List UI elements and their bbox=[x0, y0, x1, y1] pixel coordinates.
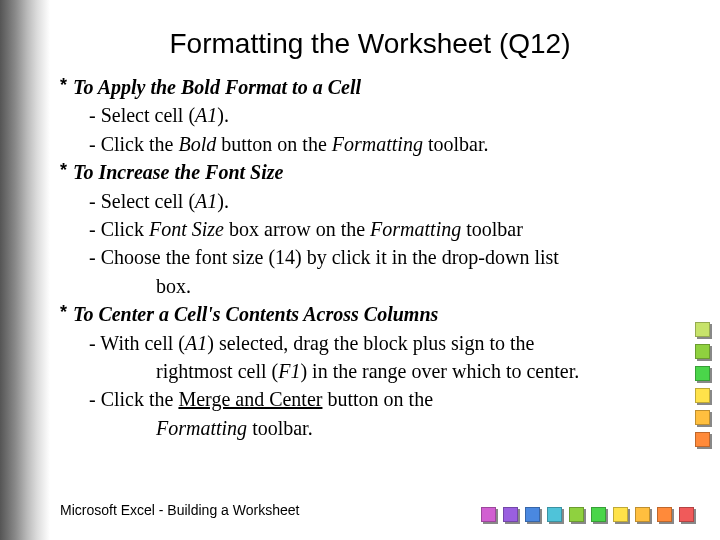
step: - With cell (A1) selected, drag the bloc… bbox=[60, 330, 680, 356]
decor-square bbox=[635, 507, 650, 522]
decor-square bbox=[547, 507, 562, 522]
bullet: *To Apply the Bold Format to a Cell bbox=[60, 74, 680, 100]
decor-square bbox=[503, 507, 518, 522]
decor-square bbox=[613, 507, 628, 522]
decor-square bbox=[657, 507, 672, 522]
step: - Click Font Size box arrow on the Forma… bbox=[60, 216, 680, 242]
decor-square bbox=[695, 344, 710, 359]
bullet-marker: * bbox=[60, 301, 67, 325]
step: - Select cell (A1). bbox=[60, 188, 680, 214]
slide-title: Formatting the Worksheet (Q12) bbox=[60, 28, 680, 60]
section-heading: To Increase the Font Size bbox=[73, 159, 680, 185]
bullet-marker: * bbox=[60, 159, 67, 183]
step-cont: Formatting toolbar. bbox=[60, 415, 680, 441]
decor-square bbox=[695, 366, 710, 381]
bullet-marker: * bbox=[60, 74, 67, 98]
bullet: *To Increase the Font Size bbox=[60, 159, 680, 185]
footer: Microsoft Excel - Building a Worksheet bbox=[60, 502, 299, 518]
decor-square bbox=[591, 507, 606, 522]
slide: Formatting the Worksheet (Q12) *To Apply… bbox=[0, 0, 720, 540]
section-heading: To Center a Cell's Contents Across Colum… bbox=[73, 301, 680, 327]
step-cont: rightmost cell (F1) in the range over wh… bbox=[60, 358, 680, 384]
decor-square bbox=[679, 507, 694, 522]
step: - Click the Bold button on the Formattin… bbox=[60, 131, 680, 157]
decor-square bbox=[695, 432, 710, 447]
step: - Choose the font size (14) by click it … bbox=[60, 244, 680, 270]
step: - Select cell (A1). bbox=[60, 102, 680, 128]
squares-bottom bbox=[481, 507, 694, 522]
section-heading: To Apply the Bold Format to a Cell bbox=[73, 74, 680, 100]
slide-content: *To Apply the Bold Format to a Cell- Sel… bbox=[60, 74, 680, 441]
decor-square bbox=[695, 322, 710, 337]
decor-square bbox=[695, 388, 710, 403]
squares-right bbox=[695, 322, 710, 447]
step-cont: box. bbox=[60, 273, 680, 299]
step: - Click the Merge and Center button on t… bbox=[60, 386, 680, 412]
decor-square bbox=[569, 507, 584, 522]
decor-square bbox=[525, 507, 540, 522]
decor-square bbox=[695, 410, 710, 425]
bullet: *To Center a Cell's Contents Across Colu… bbox=[60, 301, 680, 327]
decor-square bbox=[481, 507, 496, 522]
